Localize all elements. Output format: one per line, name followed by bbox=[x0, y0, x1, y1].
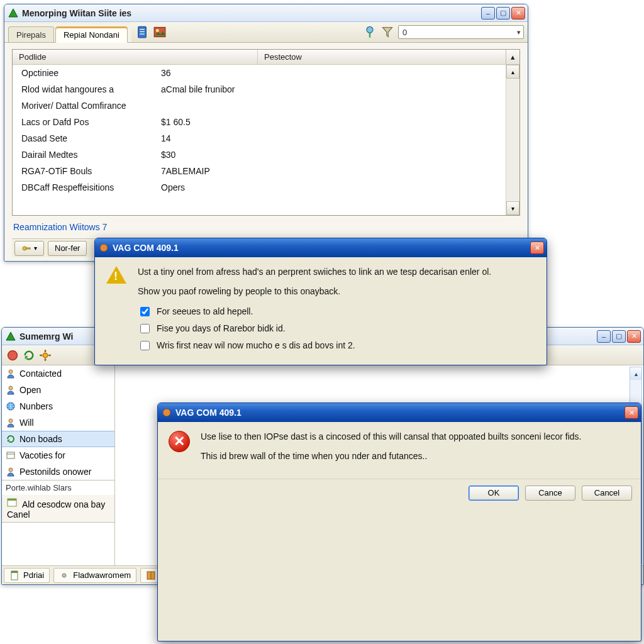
sidebar-item-nunbers[interactable]: Nunbers bbox=[2, 398, 114, 414]
scroll-track[interactable] bbox=[506, 79, 519, 201]
header-scroll-button[interactable]: ▴ bbox=[506, 50, 519, 64]
window-controls-1: – ▢ ✕ bbox=[481, 7, 525, 19]
checkbox-label: For seeues to ald hepell. bbox=[157, 306, 253, 316]
tab-pirepals[interactable]: Pirepals bbox=[8, 26, 54, 42]
scroll-up-icon[interactable]: ▴ bbox=[630, 367, 641, 380]
gear-icon[interactable] bbox=[38, 348, 52, 362]
column-pestectow[interactable]: Pestectow bbox=[258, 50, 519, 64]
table-row[interactable]: Dasad Sete14 bbox=[13, 130, 506, 147]
svg-point-33 bbox=[100, 244, 108, 252]
table-row[interactable]: Opctiniee36 bbox=[13, 65, 506, 81]
task-pane-title: Ald cesodcw ona bay Canel bbox=[7, 499, 105, 519]
main-window-1: Menorping Wiitan Siite ies – ▢ ✕ Pirepal… bbox=[4, 4, 528, 262]
dialog1-checkbox-2[interactable]: Wris first neav wil now mucho e s dis ad… bbox=[138, 339, 536, 352]
sheet-icon bbox=[9, 570, 19, 580]
checkbox-label: Fise you days of Rarebor bidk id. bbox=[157, 323, 286, 333]
refresh-icon[interactable] bbox=[22, 348, 36, 362]
vertical-scrollbar[interactable]: ▴ ▾ bbox=[506, 65, 519, 215]
person-icon bbox=[6, 418, 16, 428]
minimize-button[interactable]: – bbox=[481, 7, 495, 19]
person-icon bbox=[6, 467, 16, 477]
toolbar-combo[interactable]: 0 bbox=[398, 25, 524, 39]
cance-button[interactable]: Cance bbox=[525, 486, 575, 501]
checkbox-input[interactable] bbox=[140, 341, 150, 350]
sidebar-item-vacoties-for[interactable]: Vacoties for bbox=[2, 447, 114, 464]
listview-body[interactable]: Opctiniee36Rlod widat hangoures aaCmal b… bbox=[13, 65, 519, 215]
cell-value: $1 60.5 bbox=[157, 117, 506, 127]
titlebar-1[interactable]: Menorping Wiitan Siite ies – ▢ ✕ bbox=[4, 4, 528, 22]
refresh-icon bbox=[6, 434, 16, 444]
cell-name: Moriver/ Dattal Comfirance bbox=[13, 101, 157, 111]
status-fladwawromem[interactable]: Fladwawromem bbox=[53, 568, 136, 583]
checkbox-input[interactable] bbox=[140, 324, 150, 333]
dialog1-para2: Show you paof roweling by people to this… bbox=[138, 286, 536, 297]
key-icon bbox=[21, 243, 31, 253]
dialog1-checkbox-1[interactable]: Fise you days of Rarebor bidk id. bbox=[138, 322, 536, 335]
scroll-up-icon[interactable]: ▴ bbox=[506, 65, 519, 79]
checkbox-input[interactable] bbox=[140, 307, 150, 316]
table-row[interactable]: Moriver/ Dattal Comfirance bbox=[13, 97, 506, 114]
task-pane-header[interactable]: Ald cesodcw ona bay Canel bbox=[2, 495, 114, 523]
sidebar-item-label: Vacoties for bbox=[19, 450, 65, 460]
pin-icon[interactable] bbox=[363, 25, 377, 39]
close-button[interactable]: ✕ bbox=[511, 7, 525, 19]
book-icon bbox=[146, 570, 156, 580]
ok-button[interactable]: OK bbox=[469, 486, 519, 501]
column-podlide[interactable]: Podlide bbox=[13, 50, 258, 64]
svg-rect-21 bbox=[7, 452, 14, 458]
sidebar-item-label: Will bbox=[19, 418, 34, 428]
dialog1-close-button[interactable]: ✕ bbox=[530, 242, 544, 254]
svg-point-6 bbox=[156, 29, 159, 32]
dialog1-titlebar[interactable]: VAG COM 409.1 ✕ bbox=[95, 238, 547, 257]
dialog-app-icon bbox=[99, 243, 109, 253]
chevron-down-icon: ▾ bbox=[34, 245, 37, 252]
table-row[interactable]: Rlod widat hangoures aaCmal bile frunibo… bbox=[13, 81, 506, 97]
svg-marker-0 bbox=[9, 9, 18, 17]
key-button[interactable]: ▾ bbox=[14, 241, 44, 256]
svg-point-20 bbox=[9, 419, 13, 423]
norfer-button[interactable]: Nor-fer bbox=[48, 241, 87, 256]
dialog2-para2: This id brew wall of the time when you n… bbox=[201, 450, 631, 462]
box-icon bbox=[6, 450, 16, 460]
picture-icon[interactable] bbox=[153, 25, 167, 39]
reamnization-link[interactable]: Reamnization Wiitows 7 bbox=[12, 219, 520, 235]
table-row[interactable]: Dairail Medtes$30 bbox=[13, 147, 506, 163]
minimize-button[interactable]: – bbox=[597, 330, 611, 343]
globe-icon bbox=[6, 401, 16, 411]
close-button[interactable]: ✕ bbox=[627, 330, 641, 343]
maximize-button[interactable]: ▢ bbox=[496, 7, 510, 19]
sidebar-item-contaicted[interactable]: Contaicted bbox=[2, 365, 114, 382]
filter-icon[interactable] bbox=[380, 25, 394, 39]
svg-rect-3 bbox=[140, 31, 145, 32]
tab-repial[interactable]: Repial Nondani bbox=[55, 26, 128, 43]
sidebar-item-non-boads[interactable]: Non boads bbox=[2, 431, 114, 447]
svg-rect-2 bbox=[140, 29, 145, 30]
svg-rect-25 bbox=[8, 499, 16, 501]
cell-name: RGA7-OTiF Bouls bbox=[13, 166, 157, 176]
cell-value: 36 bbox=[157, 68, 506, 78]
cell-value: Opers bbox=[157, 182, 506, 192]
table-row[interactable]: RGA7-OTiF Bouls7ABLEMAIP bbox=[13, 163, 506, 179]
listview: Podlide Pestectow ▴ Opctiniee36Rlod wida… bbox=[12, 49, 520, 216]
table-row[interactable]: Lacs or Dafd Pos$1 60.5 bbox=[13, 114, 506, 130]
stop-icon[interactable] bbox=[6, 348, 19, 362]
scroll-down-icon[interactable]: ▾ bbox=[506, 201, 519, 215]
sidebar-item-pestonilds-onower[interactable]: Pestonilds onower bbox=[2, 464, 114, 480]
maximize-button[interactable]: ▢ bbox=[612, 330, 626, 343]
table-row[interactable]: DBCaff RespeffeisitionsOpers bbox=[13, 179, 506, 196]
cell-name: Dasad Sete bbox=[13, 133, 157, 143]
document-icon[interactable] bbox=[135, 25, 149, 39]
sidebar-item-open[interactable]: Open bbox=[2, 382, 114, 398]
status-label: Pdriai bbox=[23, 570, 44, 580]
tree-view[interactable]: ContaictedOpenNunbersWillNon boadsVacoti… bbox=[2, 365, 115, 565]
dialog1-checkbox-0[interactable]: For seeues to ald hepell. bbox=[138, 305, 536, 318]
person-icon bbox=[6, 369, 16, 379]
dialog2-close-button[interactable]: ✕ bbox=[625, 406, 638, 419]
error-icon: ✕ bbox=[167, 431, 192, 470]
cancel-button[interactable]: Cancel bbox=[582, 486, 632, 501]
dialog2-titlebar[interactable]: VAG COM 409.1 ✕ bbox=[158, 403, 641, 422]
cell-name: Rlod widat hangoures a bbox=[13, 84, 157, 94]
status-pdriai[interactable]: Pdriai bbox=[4, 568, 50, 583]
cell-name: Opctiniee bbox=[13, 68, 157, 78]
sidebar-item-will[interactable]: Will bbox=[2, 414, 114, 431]
